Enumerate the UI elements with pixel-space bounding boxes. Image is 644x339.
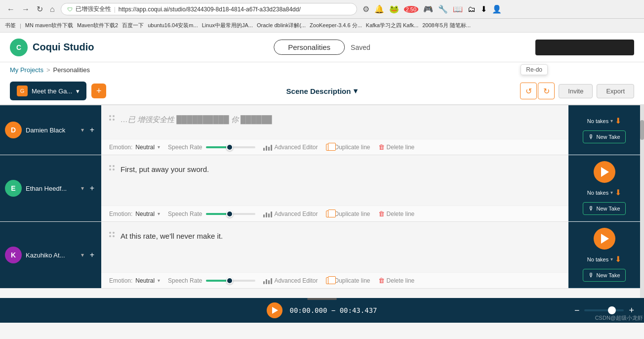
drag-handle-0[interactable] xyxy=(109,115,115,121)
advanced-editor-button-2[interactable]: Advanced Editor xyxy=(263,277,318,284)
undo-redo-group: ↺ ↻ xyxy=(520,83,555,99)
takes-chevron-icon-0[interactable]: ▾ xyxy=(610,118,613,124)
character-add-button-2[interactable]: + xyxy=(88,250,96,260)
download-button-1[interactable]: ⬇ xyxy=(615,188,621,197)
line-text-2[interactable]: At this rate, we'll never make it. xyxy=(121,231,561,242)
character-add-button-1[interactable]: + xyxy=(88,183,96,194)
bookmark-linux[interactable]: Linux中最常用的JA... xyxy=(202,22,253,29)
speech-rate-control-1: Speech Rate xyxy=(168,211,255,217)
scrollbar-thumb[interactable] xyxy=(640,120,644,140)
speech-rate-label-2: Speech Rate xyxy=(168,277,202,284)
speech-rate-slider-0[interactable] xyxy=(206,146,255,148)
zoom-slider[interactable] xyxy=(584,309,624,311)
emotion-chevron-icon-2[interactable]: ▾ xyxy=(158,278,160,283)
drag-handle-1[interactable] xyxy=(109,165,115,170)
project-selector-button[interactable]: G Meet the Ga... ▾ xyxy=(10,82,86,100)
ext-icon-3[interactable]: 🐸 xyxy=(389,4,399,14)
bookmark-ubuntu[interactable]: ubuntu16.04安装m... xyxy=(148,22,198,29)
character-name-2: Kazuhiko At... xyxy=(26,252,77,259)
bookmark-kafka[interactable]: Kafka学习之四 Kafk... xyxy=(366,22,418,29)
home-button[interactable]: ⌂ xyxy=(48,4,57,15)
zoom-slider-thumb[interactable] xyxy=(608,306,616,314)
ext-icon-2[interactable]: 🔔 xyxy=(374,4,384,14)
advanced-editor-button-1[interactable]: Advanced Editor xyxy=(263,211,318,217)
ext-counter-badge: 2.50 xyxy=(404,6,418,13)
zoom-out-button[interactable]: − xyxy=(574,305,580,316)
new-take-button-1[interactable]: 🎙 New Take xyxy=(583,202,625,215)
takes-chevron-icon-2[interactable]: ▾ xyxy=(610,256,613,262)
duplicate-icon-2 xyxy=(326,277,333,284)
breadcrumb-my-projects[interactable]: My Projects xyxy=(10,66,43,74)
character-sidebar-cell-0: D Damien Black ▾ + xyxy=(0,105,101,155)
redo-button[interactable]: ↻ xyxy=(538,83,555,99)
new-take-icon-0: 🎙 xyxy=(588,133,594,140)
saved-label: Saved xyxy=(351,43,370,51)
character-sidebar-cell-2: K Kazuhiko At... ▾ + xyxy=(0,222,101,288)
toolbar-actions: ↺ ↻ Invite Export xyxy=(520,83,634,99)
scrollbar-track[interactable] xyxy=(640,105,644,298)
personalities-pill[interactable]: Personalities xyxy=(274,40,345,55)
line-text-0[interactable]: …已 增强安全性 ██████████ 你 ██████ xyxy=(121,114,561,126)
bookmark-maven2[interactable]: Maven软件下载2 xyxy=(77,22,118,29)
character-sidebar-cell-1: E Ethan Heedf... ▾ + xyxy=(0,155,101,221)
character-chevron-0[interactable]: ▾ xyxy=(81,127,84,133)
new-take-button-0[interactable]: 🎙 New Take xyxy=(583,130,625,143)
speech-rate-label-0: Speech Rate xyxy=(168,144,202,151)
add-scene-button[interactable]: + xyxy=(91,84,106,98)
advanced-editor-button-0[interactable]: Advanced Editor xyxy=(263,144,318,151)
emotion-value-1: Neutral xyxy=(135,211,155,217)
ext-icon-1[interactable]: ⚙ xyxy=(362,4,369,14)
bookmark-zookeeper[interactable]: ZooKeeper-3.4.6 分... xyxy=(310,22,362,29)
forward-button[interactable]: → xyxy=(20,4,32,15)
play-triangle-icon-1 xyxy=(601,167,609,177)
play-button-1[interactable] xyxy=(594,161,615,183)
download-button-2[interactable]: ⬇ xyxy=(615,254,621,264)
download-button-0[interactable]: ⬇ xyxy=(615,116,621,126)
emotion-chevron-icon-0[interactable]: ▾ xyxy=(158,144,160,150)
character-name-1: Ethan Heedf... xyxy=(26,185,77,192)
ext-icon-7[interactable]: 📖 xyxy=(453,4,463,14)
duplicate-line-button-0[interactable]: Duplicate line xyxy=(326,144,370,151)
duplicate-line-button-2[interactable]: Duplicate line xyxy=(326,277,370,284)
bookmark-maven[interactable]: MN maven软件下载 xyxy=(25,22,73,29)
table-row: D Damien Black ▾ + …已 增强安全性 ██████████ 你… xyxy=(0,105,640,155)
delete-line-button-1[interactable]: 🗑 Delete line xyxy=(378,210,415,217)
character-chevron-1[interactable]: ▾ xyxy=(81,185,84,192)
play-bottom-button[interactable] xyxy=(267,302,282,318)
back-button[interactable]: ← xyxy=(5,4,17,15)
url-display: https://app.coqui.ai/studio/83244309-8d1… xyxy=(119,6,301,13)
bookmark-label: 书签 xyxy=(5,22,16,29)
drag-handle-2[interactable] xyxy=(109,232,115,237)
character-add-button-0[interactable]: + xyxy=(88,125,96,135)
ext-icon-10[interactable]: 👤 xyxy=(492,4,502,14)
speech-rate-slider-2[interactable] xyxy=(206,280,255,282)
browser-extension-icons: ⚙ 🔔 🐸 2.50 🎮 🔧 📖 🗂 ⬇ 👤 xyxy=(361,4,503,14)
character-chevron-2[interactable]: ▾ xyxy=(81,252,84,258)
address-bar[interactable]: 🛡 已增强安全性 | https://app.coqui.ai/studio/8… xyxy=(61,3,357,15)
app-logo: C Coqui Studio xyxy=(10,39,94,56)
speech-rate-slider-1[interactable] xyxy=(206,213,255,215)
bookmark-2008[interactable]: 2008年5月 随笔标... xyxy=(422,22,471,29)
bars-icon-1 xyxy=(263,211,272,217)
emotion-control-1: Emotion: Neutral ▾ xyxy=(109,211,160,217)
ext-icon-9[interactable]: ⬇ xyxy=(481,4,487,14)
invite-button[interactable]: Invite xyxy=(559,84,593,98)
emotion-chevron-icon-1[interactable]: ▾ xyxy=(158,211,160,216)
takes-chevron-icon-1[interactable]: ▾ xyxy=(610,190,613,195)
delete-line-button-0[interactable]: 🗑 Delete line xyxy=(378,143,415,151)
refresh-button[interactable]: ↻ xyxy=(35,3,45,15)
ext-icon-6[interactable]: 🔧 xyxy=(438,4,448,14)
bookmark-baidu[interactable]: 百度一下 xyxy=(122,22,144,29)
ext-icon-8[interactable]: 🗂 xyxy=(468,5,476,14)
line-text-1[interactable]: First, put away your sword. xyxy=(121,164,561,175)
play-button-2[interactable] xyxy=(594,228,615,250)
undo-button[interactable]: ↺ xyxy=(520,83,537,99)
new-take-icon-1: 🎙 xyxy=(588,205,594,212)
ext-icon-5[interactable]: 🎮 xyxy=(423,4,433,14)
scene-description[interactable]: Scene Description ▾ xyxy=(286,86,358,95)
export-button[interactable]: Export xyxy=(597,84,634,98)
delete-line-button-2[interactable]: 🗑 Delete line xyxy=(378,277,415,284)
duplicate-line-button-1[interactable]: Duplicate line xyxy=(326,211,370,217)
new-take-button-2[interactable]: 🎙 New Take xyxy=(583,269,625,282)
bookmark-oracle[interactable]: Oracle dblink详解(... xyxy=(257,22,306,29)
